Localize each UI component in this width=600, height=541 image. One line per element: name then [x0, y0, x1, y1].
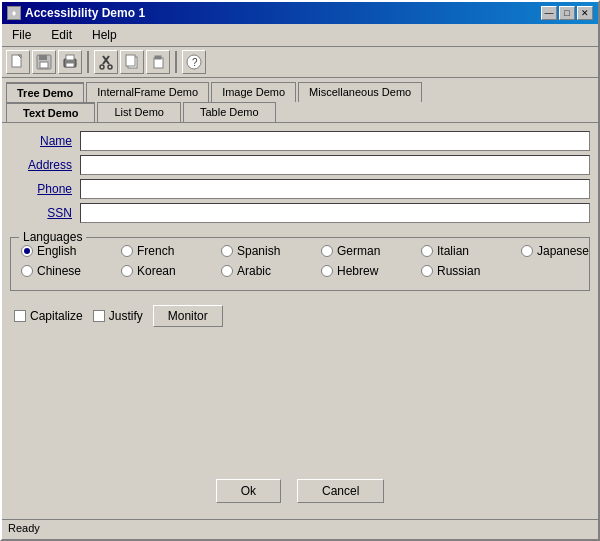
radio-japanese[interactable] — [521, 245, 533, 257]
svg-rect-13 — [126, 55, 135, 66]
menu-file[interactable]: File — [6, 26, 37, 44]
tab-misc-demo[interactable]: Miscellaneous Demo — [298, 82, 422, 102]
radio-spanish[interactable] — [221, 245, 233, 257]
lang-korean[interactable]: Korean — [121, 264, 201, 278]
lang-japanese-label: Japanese — [537, 244, 589, 258]
language-row-1: English French Spanish German Italian — [21, 244, 579, 258]
svg-rect-15 — [155, 56, 161, 59]
title-bar: ♦ Accessibility Demo 1 — □ ✕ — [2, 2, 598, 24]
lang-arabic-label: Arabic — [237, 264, 271, 278]
toolbar-help-btn[interactable]: ? — [182, 50, 206, 74]
lang-chinese-label: Chinese — [37, 264, 81, 278]
capitalize-label: Capitalize — [30, 309, 83, 323]
minimize-button[interactable]: — — [541, 6, 557, 20]
radio-german[interactable] — [321, 245, 333, 257]
menu-edit[interactable]: Edit — [45, 26, 78, 44]
justify-check-label[interactable]: Justify — [93, 309, 143, 323]
address-input[interactable] — [80, 155, 590, 175]
menu-bar: File Edit Help — [2, 24, 598, 47]
lang-korean-label: Korean — [137, 264, 176, 278]
bottom-controls: Capitalize Justify Monitor — [10, 297, 590, 331]
svg-rect-3 — [39, 55, 47, 60]
svg-rect-4 — [40, 62, 48, 68]
tab-text-demo[interactable]: Text Demo — [6, 102, 95, 122]
tab-image-demo[interactable]: Image Demo — [211, 82, 296, 102]
toolbar-sep1 — [87, 51, 89, 73]
cancel-button[interactable]: Cancel — [297, 479, 384, 503]
lang-russian[interactable]: Russian — [421, 264, 501, 278]
title-bar-left: ♦ Accessibility Demo 1 — [7, 6, 145, 20]
toolbar-sep2 — [175, 51, 177, 73]
lang-arabic[interactable]: Arabic — [221, 264, 301, 278]
maximize-button[interactable]: □ — [559, 6, 575, 20]
justify-checkbox[interactable] — [93, 310, 105, 322]
lang-italian-label: Italian — [437, 244, 469, 258]
lang-english[interactable]: English — [21, 244, 101, 258]
ok-button[interactable]: Ok — [216, 479, 281, 503]
svg-point-10 — [100, 65, 104, 69]
close-button[interactable]: ✕ — [577, 6, 593, 20]
lang-french[interactable]: French — [121, 244, 201, 258]
radio-arabic[interactable] — [221, 265, 233, 277]
main-window: ♦ Accessibility Demo 1 — □ ✕ File Edit H… — [0, 0, 600, 541]
address-row: Address — [10, 155, 590, 175]
toolbar-copy-btn[interactable] — [120, 50, 144, 74]
languages-group: Languages English French Spanish German — [10, 237, 590, 291]
svg-rect-6 — [66, 55, 74, 60]
language-row-2: Chinese Korean Arabic Hebrew Russian — [21, 264, 579, 278]
monitor-button[interactable]: Monitor — [153, 305, 223, 327]
tab-table-demo[interactable]: Table Demo — [183, 102, 276, 122]
lang-english-label: English — [37, 244, 76, 258]
radio-english[interactable] — [21, 245, 33, 257]
lang-french-label: French — [137, 244, 174, 258]
menu-help[interactable]: Help — [86, 26, 123, 44]
ssn-row: SSN — [10, 203, 590, 223]
toolbar-paste-btn[interactable] — [146, 50, 170, 74]
name-label: Name — [10, 134, 80, 148]
status-bar: Ready — [2, 519, 598, 539]
tabs-row2: Text Demo List Demo Table Demo — [2, 102, 598, 123]
phone-row: Phone — [10, 179, 590, 199]
phone-input[interactable] — [80, 179, 590, 199]
toolbar-new-btn[interactable] — [6, 50, 30, 74]
radio-chinese[interactable] — [21, 265, 33, 277]
svg-point-11 — [108, 65, 112, 69]
tab-tree-demo[interactable]: Tree Demo — [6, 82, 84, 102]
lang-spanish[interactable]: Spanish — [221, 244, 301, 258]
tab-internalframe-demo[interactable]: InternalFrame Demo — [86, 82, 209, 102]
toolbar-save-btn[interactable] — [32, 50, 56, 74]
dialog-buttons: Ok Cancel — [10, 471, 590, 511]
radio-italian[interactable] — [421, 245, 433, 257]
languages-legend: Languages — [19, 230, 86, 244]
svg-rect-7 — [66, 63, 74, 67]
ssn-input[interactable] — [80, 203, 590, 223]
address-label: Address — [10, 158, 80, 172]
radio-russian[interactable] — [421, 265, 433, 277]
toolbar: ? — [2, 47, 598, 78]
form-section: Name Address Phone SSN — [10, 131, 590, 227]
svg-text:?: ? — [192, 57, 198, 68]
radio-hebrew[interactable] — [321, 265, 333, 277]
lang-japanese[interactable]: Japanese — [521, 244, 600, 258]
capitalize-checkbox[interactable] — [14, 310, 26, 322]
radio-french[interactable] — [121, 245, 133, 257]
lang-spanish-label: Spanish — [237, 244, 280, 258]
tabs-row1: Tree Demo InternalFrame Demo Image Demo … — [2, 78, 598, 102]
tab-list-demo[interactable]: List Demo — [97, 102, 181, 122]
lang-chinese[interactable]: Chinese — [21, 264, 101, 278]
lang-italian[interactable]: Italian — [421, 244, 501, 258]
lang-hebrew[interactable]: Hebrew — [321, 264, 401, 278]
name-row: Name — [10, 131, 590, 151]
justify-label: Justify — [109, 309, 143, 323]
name-input[interactable] — [80, 131, 590, 151]
toolbar-print-btn[interactable] — [58, 50, 82, 74]
lang-hebrew-label: Hebrew — [337, 264, 378, 278]
lang-german[interactable]: German — [321, 244, 401, 258]
window-title: Accessibility Demo 1 — [25, 6, 145, 20]
capitalize-check-label[interactable]: Capitalize — [14, 309, 83, 323]
phone-label: Phone — [10, 182, 80, 196]
radio-korean[interactable] — [121, 265, 133, 277]
toolbar-cut-btn[interactable] — [94, 50, 118, 74]
ssn-label: SSN — [10, 206, 80, 220]
status-text: Ready — [8, 522, 40, 534]
